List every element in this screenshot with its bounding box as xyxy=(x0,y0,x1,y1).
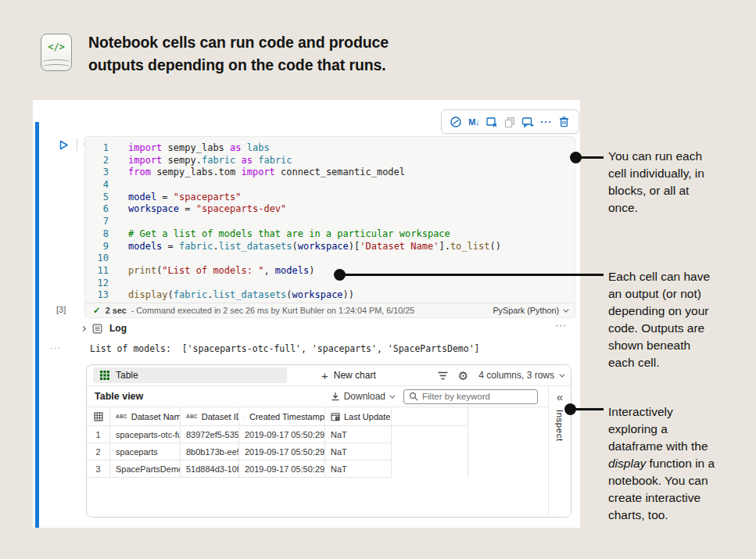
table-cell[interactable]: NaT xyxy=(325,460,392,478)
copy-cell-icon[interactable] xyxy=(503,115,517,129)
table-cell[interactable] xyxy=(392,443,468,460)
line-number: 12 xyxy=(85,278,109,290)
run-cell-button[interactable] xyxy=(56,138,70,152)
code-line[interactable]: 13display(fabric.list_datasets(workspace… xyxy=(85,289,575,302)
log-more-button[interactable]: ··· xyxy=(555,320,567,331)
table-cell[interactable]: 2019-09-17 05:50:29 xyxy=(239,460,325,478)
log-icon xyxy=(92,324,102,334)
callout-dot xyxy=(564,403,576,415)
filter-keyword-input[interactable] xyxy=(422,392,524,401)
execution-detail: - Command executed in 2 sec 26 ms by Kur… xyxy=(131,306,415,315)
output-text: List of models: ['spaceparts-otc-full', … xyxy=(90,343,480,354)
column-header[interactable] xyxy=(392,407,468,426)
code-line[interactable]: 12 xyxy=(85,278,575,290)
keyword-filter-box[interactable] xyxy=(403,389,538,404)
table-cell[interactable] xyxy=(392,460,468,478)
code-line[interactable]: 1import sempy_labs as labs xyxy=(85,142,575,155)
new-chart-label: New chart xyxy=(334,370,376,381)
callout-line xyxy=(344,274,604,276)
annotation-run-cells: You can run each cell individually, in b… xyxy=(608,148,719,217)
notebook-panel: M↓ ··· 1import sempy_labs as labs2import… xyxy=(33,100,580,528)
log-expand-chevron-icon[interactable] xyxy=(81,325,86,331)
delete-cell-icon[interactable] xyxy=(557,115,571,129)
summary-chevron-icon xyxy=(559,371,564,377)
output-more-button[interactable]: ··· xyxy=(50,343,70,353)
string-type-icon: ABC xyxy=(186,414,198,419)
table-cell[interactable]: 2019-09-17 05:50:29 xyxy=(239,443,325,460)
success-check-icon: ✓ xyxy=(93,305,101,316)
search-icon xyxy=(409,392,418,401)
code-line[interactable]: 9models = fabric.list_datasets(workspace… xyxy=(85,241,575,253)
line-number: 2 xyxy=(85,155,109,167)
filter-icon[interactable] xyxy=(438,371,448,380)
table-cell[interactable]: spaceparts-otc-full xyxy=(110,426,181,443)
convert-to-markdown-button[interactable]: M↓ xyxy=(467,115,481,129)
code-brackets-icon: </> xyxy=(41,41,71,52)
row-number[interactable]: 3 xyxy=(87,460,110,478)
code-line[interactable]: 10 xyxy=(85,253,575,265)
table-cell[interactable]: 83972ef5-535d... xyxy=(181,426,239,443)
download-chevron-icon xyxy=(389,392,395,398)
plus-icon: + xyxy=(321,370,328,382)
add-comment-icon[interactable] xyxy=(521,115,536,129)
table-cell[interactable]: NaT xyxy=(325,443,392,460)
annotation-3-text: Interactively exploring a dataframe with… xyxy=(608,405,715,521)
code-lines[interactable]: 1import sempy_labs as labs2import sempy.… xyxy=(85,137,575,303)
line-number: 8 xyxy=(85,228,109,241)
table-cell[interactable]: 8b0b173b-ee5... xyxy=(181,443,239,460)
code-line[interactable]: 8# Get a list of models that are in a pa… xyxy=(85,228,575,241)
execution-duration: 2 sec xyxy=(106,306,127,315)
callout-line xyxy=(573,408,604,410)
line-number: 5 xyxy=(85,192,109,204)
page-title: Notebook cells can run code and produce … xyxy=(88,31,495,77)
table-view-toolbar: Table view Download xyxy=(87,386,571,407)
table-cell[interactable]: spaceparts xyxy=(110,443,181,460)
inspect-tab[interactable]: Inspect xyxy=(555,410,564,442)
new-chart-button[interactable]: + New chart xyxy=(321,370,376,382)
row-number[interactable]: 1 xyxy=(87,426,110,443)
download-button[interactable]: Download xyxy=(331,391,393,402)
column-row-summary[interactable]: 4 columns, 3 rows xyxy=(478,370,563,381)
cell-toolbar: M↓ ··· xyxy=(441,109,579,134)
log-label[interactable]: Log xyxy=(109,323,127,334)
column-header[interactable] xyxy=(87,407,110,426)
clear-output-icon[interactable] xyxy=(485,115,499,129)
code-line[interactable]: 4 xyxy=(85,179,575,192)
dataframe-output-card: Table + New chart ⚙ 4 columns, 3 rows Ta… xyxy=(86,364,571,518)
table-cell[interactable]: NaT xyxy=(325,426,392,443)
line-number: 3 xyxy=(85,167,109,179)
code-line[interactable]: 5model = "spaceparts" xyxy=(85,192,575,204)
code-line[interactable]: 3from sempy_labs.tom import connect_sema… xyxy=(85,167,575,179)
column-header[interactable]: ABCDataset Name xyxy=(110,407,181,426)
line-number: 7 xyxy=(85,216,109,228)
kernel-selector[interactable]: PySpark (Python) xyxy=(493,306,567,315)
column-header[interactable]: Created Timestamp xyxy=(239,407,325,426)
table-cell[interactable]: SpacePartsDemo xyxy=(110,460,181,478)
table-cell[interactable]: 2019-09-17 05:50:29 xyxy=(239,426,325,443)
table-cell[interactable]: 51d884d3-10f2... xyxy=(181,460,239,478)
code-cell[interactable]: 1import sempy_labs as labs2import sempy.… xyxy=(84,136,575,318)
code-line[interactable]: 2import sempy.fabric as fabric xyxy=(85,155,575,167)
line-number: 13 xyxy=(85,289,109,302)
table-cell[interactable] xyxy=(392,426,468,443)
copilot-icon[interactable] xyxy=(449,115,463,129)
tab-table[interactable]: Table xyxy=(93,367,287,383)
cell-selection-bar xyxy=(35,122,39,528)
table-view-title: Table view xyxy=(95,391,143,402)
row-number[interactable]: 2 xyxy=(87,443,110,460)
annotation-1-text: You can run each cell individually, in b… xyxy=(608,149,704,214)
code-notebook-icon: </> xyxy=(41,34,72,71)
column-header[interactable]: ABCDataset ID xyxy=(181,407,239,426)
more-actions-button[interactable]: ··· xyxy=(539,115,554,129)
table-grid-icon xyxy=(100,371,109,380)
callout-dot xyxy=(334,269,346,281)
code-line[interactable]: 6workspace = "spaceparts-dev" xyxy=(85,203,575,216)
line-number: 1 xyxy=(85,142,109,155)
collapse-panel-icon[interactable]: « xyxy=(557,390,563,403)
gear-icon[interactable]: ⚙ xyxy=(458,370,468,382)
string-type-icon: ABC xyxy=(116,414,127,419)
column-header[interactable]: Last Update xyxy=(325,407,392,426)
cell-output: ··· List of models: ['spaceparts-otc-ful… xyxy=(50,343,480,354)
annotation-cell-output: Each cell can have an output (or not) de… xyxy=(608,268,719,371)
code-line[interactable]: 7 xyxy=(85,216,575,228)
